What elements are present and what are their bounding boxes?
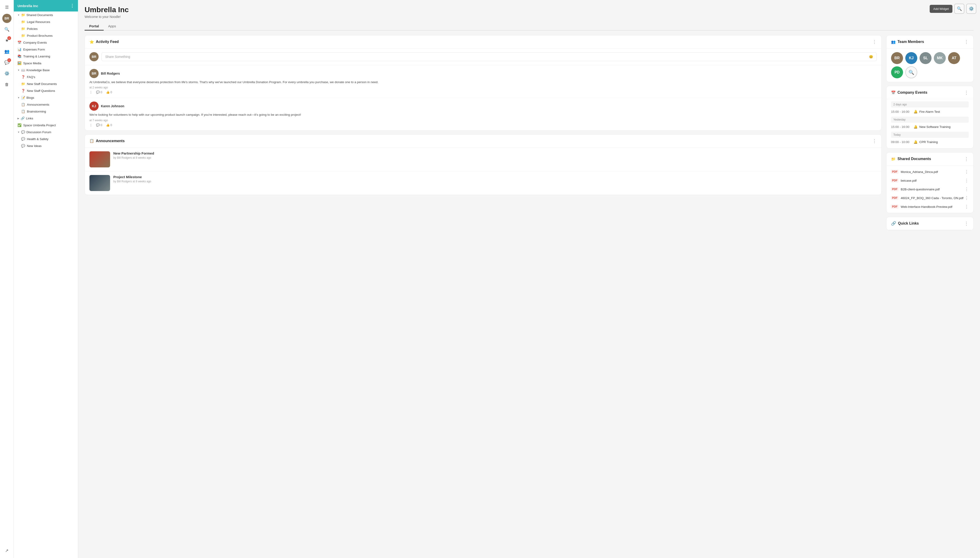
search-icon[interactable]: 🔍 [2,25,12,34]
folder-icon: 📁 [21,20,25,24]
settings-icon[interactable]: ⚙️ [2,69,12,78]
sidebar-item-legal-resources[interactable]: 📁 Legal Resources [14,18,78,25]
sheet-icon: 📊 [18,48,21,51]
exit-icon[interactable]: ↗ [2,546,12,555]
star-icon[interactable]: ★ 4 [2,36,12,45]
chevron-right-icon: ▶ [18,117,19,120]
event-item[interactable]: 15:00 - 16:00 🔔 Fire Alarm Test [891,109,969,114]
add-widget-button[interactable]: Add Widget [930,5,952,13]
content-area: ⭐ Activity Feed ⋮ BR Share Something 😊 B… [85,35,973,230]
doc-left: PDF beicase.pdf [891,179,917,182]
emoji-icon: 😊 [869,55,873,59]
sidebar-item-expenses-form[interactable]: 📊 Expenses Form [14,46,78,53]
announcements-title: 📋 Announcements [89,139,125,143]
post-header: KJ Karen Johnson [89,102,877,111]
team-avatar[interactable]: AT [948,52,960,64]
sidebar-item-company-events[interactable]: 📅 Company Events [14,39,78,46]
comment-action[interactable]: 💬 0 [96,90,102,94]
team-avatar[interactable]: MK [934,52,946,64]
doc-menu[interactable]: ⋮ [965,169,969,174]
doc-item[interactable]: PDF Monica_Adriana_Dinca.pdf ⋮ [886,167,973,176]
people-icon[interactable]: 👥 [2,47,12,56]
tab-portal[interactable]: Portal [85,22,104,31]
sidebar-item-knowledge-base[interactable]: ▼ 📖 Knowledge Base [14,67,78,74]
user-avatar[interactable]: BR [2,14,12,23]
team-avatar[interactable]: BR [891,52,903,64]
doc-item[interactable]: PDF Web-Interface-Handbook-Preview.pdf ⋮ [886,202,973,211]
tab-apps[interactable]: Apps [104,22,121,31]
chat-icon[interactable]: 💬 0 [2,58,12,67]
settings-action-button[interactable]: ⚙️ [966,4,976,14]
post-item: BR Bill Rodgers At UmbrellaCo, we believ… [85,65,881,98]
announcement-title: Project Milestone [113,175,151,179]
sidebar-menu-dots[interactable]: ⋮ [70,3,74,8]
announcement-item[interactable]: Project Milestone by Bill Rodgers at 8 w… [85,171,881,195]
like-action[interactable]: 👍 0 [106,90,112,94]
event-name: CPR Training [919,140,938,144]
sidebar-item-training-learning[interactable]: 📚 Training & Learning [14,53,78,60]
search-action-button[interactable]: 🔍 [954,4,964,14]
sidebar-item-brainstorming[interactable]: 📋 Brainstorming [14,108,78,115]
event-item[interactable]: 15:00 - 16:00 🔔 New Software Training [891,124,969,130]
sidebar-item-policies[interactable]: 📁 Policies [14,25,78,32]
document-list: PDF Monica_Adriana_Dinca.pdf ⋮ PDF beica… [886,166,973,213]
bell-icon: 🔔 [914,125,917,129]
team-avatar[interactable]: SL [919,52,932,64]
company-events-menu[interactable]: ⋮ [964,90,969,95]
sidebar-item-links[interactable]: ▶ 🔗 Links [14,115,78,122]
share-input[interactable]: Share Something 😊 [101,53,877,61]
announcement-meta: by Bill Rodgers at 8 weeks ago [113,180,151,183]
activity-feed-menu[interactable]: ⋮ [872,39,877,44]
menu-icon[interactable]: ☰ [2,3,12,12]
sidebar-item-product-brochures[interactable]: 📁 Product Brochures [14,32,78,39]
post-content: At UmbrellaCo, we believe that everyone … [89,80,877,84]
chevron-down-icon: ▼ [18,131,20,133]
comment-action[interactable]: 💬 0 [96,123,102,127]
quick-links-menu[interactable]: ⋮ [964,221,969,226]
sidebar-item-faqs[interactable]: ❓ FAQ's [14,74,78,80]
team-search-button[interactable]: 🔍 [905,66,917,78]
post-avatar: KJ [89,102,99,111]
doc-item[interactable]: PDF beicase.pdf ⋮ [886,176,973,185]
post-menu[interactable]: ⋮ [89,123,92,127]
sidebar-label: Brainstorming [27,110,46,113]
doc-menu[interactable]: ⋮ [965,195,969,200]
team-members-menu[interactable]: ⋮ [964,39,969,44]
activity-feed-card: ⭐ Activity Feed ⋮ BR Share Something 😊 B… [85,35,882,131]
doc-item[interactable]: PDF 46024_FP_BOQ_360 Cada - Toronto, ON.… [886,194,973,202]
sidebar-item-new-ideas[interactable]: 💬 New Ideas [14,142,78,149]
like-action[interactable]: 👍 0 [106,123,112,127]
team-avatar[interactable]: PD [891,66,903,78]
shared-documents-menu[interactable]: ⋮ [964,156,969,162]
sidebar-item-discussion-forum[interactable]: ▼ 💬 Discussion Forum [14,129,78,136]
folder-icon: 📁 [21,34,25,38]
sidebar-item-space-umbrella-project[interactable]: ✅ Space Umbrella Project [14,122,78,129]
sidebar-item-space-media[interactable]: 🖼️ Space Media [14,60,78,67]
pdf-icon: PDF [891,205,898,209]
main-content: Add Widget 🔍 ⚙️ Umbrella Inc Welcome to … [78,0,980,558]
doc-menu[interactable]: ⋮ [965,178,969,183]
trash-icon[interactable]: 🗑 [2,80,12,89]
sidebar-item-shared-documents[interactable]: ▼ 📁 Shared Documents [14,11,78,18]
team-avatar[interactable]: KJ [905,52,917,64]
sidebar-item-new-staff-questions[interactable]: ❓ New Staff Questions [14,87,78,94]
blog-icon: 📝 [21,96,25,99]
sidebar-item-announcements[interactable]: 📋 Announcements [14,101,78,108]
star-icon: ⭐ [89,40,94,44]
event-date-header: Yesterday [891,117,969,123]
sidebar-item-blogs[interactable]: ▼ 📝 Blogs [14,94,78,101]
post-time: at 2 weeks ago [89,86,877,89]
activity-feed-title: ⭐ Activity Feed [89,40,119,44]
sidebar-label: Shared Documents [26,13,53,17]
shared-documents-title: 📁 Shared Documents [891,157,931,161]
sidebar-item-new-staff-documents[interactable]: 📁 New Staff Documents [14,80,78,87]
doc-menu[interactable]: ⋮ [965,204,969,209]
post-menu[interactable]: ⋮ [89,90,92,94]
event-item[interactable]: 09:00 - 10:00 🔔 CPR Training [891,139,969,144]
doc-item[interactable]: PDF B2B-client-questionnaire.pdf ⋮ [886,185,973,194]
company-events-card: 📅 Company Events ⋮ 2 days ago 15:00 - 16… [886,86,973,149]
doc-menu[interactable]: ⋮ [965,187,969,192]
announcements-menu[interactable]: ⋮ [872,138,877,144]
sidebar-item-health-safety[interactable]: 💬 Health & Safety [14,136,78,142]
announcement-item[interactable]: New Partnership Formed by Bill Rodgers a… [85,148,881,171]
